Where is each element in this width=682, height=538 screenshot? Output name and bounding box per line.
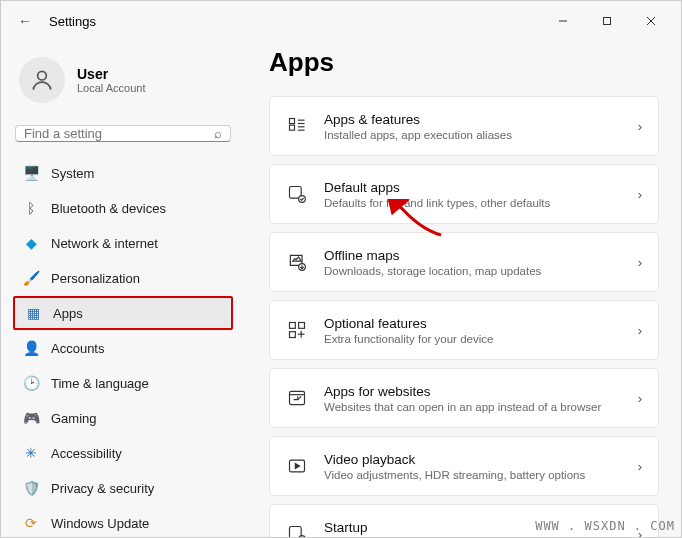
card-icon [286, 320, 308, 340]
sidebar-nav: 🖥️SystemᛒBluetooth & devices◆Network & i… [13, 156, 233, 538]
sidebar-item-label: Windows Update [51, 516, 149, 531]
card-title: Apps for websites [324, 384, 622, 399]
main-content: Apps Apps & featuresInstalled apps, app … [241, 41, 681, 537]
search-input[interactable] [24, 126, 214, 141]
sidebar-item-label: Personalization [51, 271, 140, 286]
window-title: Settings [49, 14, 96, 29]
maximize-button[interactable] [585, 5, 629, 37]
search-icon: ⌕ [214, 126, 222, 141]
sidebar-item-label: Privacy & security [51, 481, 154, 496]
chevron-right-icon: › [638, 459, 642, 474]
card-title: Offline maps [324, 248, 622, 263]
chevron-right-icon: › [638, 323, 642, 338]
avatar [19, 57, 65, 103]
window-controls [541, 5, 673, 37]
sidebar-item-privacy-security[interactable]: 🛡️Privacy & security [13, 471, 233, 505]
svg-rect-5 [290, 119, 295, 124]
chevron-right-icon: › [638, 187, 642, 202]
nav-icon: 🕑 [23, 375, 39, 391]
card-icon [286, 456, 308, 476]
close-button[interactable] [629, 5, 673, 37]
nav-icon: 🎮 [23, 410, 39, 426]
card-subtitle: Websites that can open in an app instead… [324, 401, 622, 413]
svg-rect-1 [604, 18, 611, 25]
settings-card-offline-maps[interactable]: Offline mapsDownloads, storage location,… [269, 232, 659, 292]
sidebar-item-windows-update[interactable]: ⟳Windows Update [13, 506, 233, 538]
svg-point-12 [299, 196, 306, 203]
settings-card-apps-for-websites[interactable]: Apps for websitesWebsites that can open … [269, 368, 659, 428]
sidebar-item-label: Accessibility [51, 446, 122, 461]
settings-card-video-playback[interactable]: Video playbackVideo adjustments, HDR str… [269, 436, 659, 496]
settings-card-optional-features[interactable]: Optional featuresExtra functionality for… [269, 300, 659, 360]
sidebar-item-label: Gaming [51, 411, 97, 426]
card-title: Default apps [324, 180, 622, 195]
svg-rect-15 [290, 323, 296, 329]
sidebar-item-apps[interactable]: ▦Apps [13, 296, 233, 330]
card-subtitle: Downloads, storage location, map updates [324, 265, 622, 277]
sidebar-item-gaming[interactable]: 🎮Gaming [13, 401, 233, 435]
nav-icon: 👤 [23, 340, 39, 356]
card-icon [286, 388, 308, 408]
nav-icon: ⟳ [23, 515, 39, 531]
svg-rect-17 [290, 332, 296, 338]
sidebar-item-label: Accounts [51, 341, 104, 356]
settings-card-apps-features[interactable]: Apps & featuresInstalled apps, app execu… [269, 96, 659, 156]
card-icon [286, 252, 308, 272]
sidebar-item-label: Network & internet [51, 236, 158, 251]
card-icon [286, 524, 308, 537]
svg-rect-24 [290, 527, 302, 538]
page-title: Apps [269, 47, 659, 78]
card-subtitle: Video adjustments, HDR streaming, batter… [324, 469, 622, 481]
card-subtitle: Installed apps, app execution aliases [324, 129, 622, 141]
svg-rect-6 [290, 125, 295, 130]
card-icon [286, 116, 308, 136]
svg-marker-23 [295, 464, 299, 469]
nav-icon: 🛡️ [23, 480, 39, 496]
sidebar-item-label: Apps [53, 306, 83, 321]
sidebar-item-system[interactable]: 🖥️System [13, 156, 233, 190]
sidebar-item-network-internet[interactable]: ◆Network & internet [13, 226, 233, 260]
settings-cards: Apps & featuresInstalled apps, app execu… [269, 96, 659, 537]
sidebar-item-accounts[interactable]: 👤Accounts [13, 331, 233, 365]
watermark: WWW . WSXDN . COM [535, 519, 675, 533]
card-title: Video playback [324, 452, 622, 467]
nav-icon: ᛒ [23, 200, 39, 216]
sidebar-item-label: Time & language [51, 376, 149, 391]
sidebar-item-time-language[interactable]: 🕑Time & language [13, 366, 233, 400]
sidebar-item-bluetooth-devices[interactable]: ᛒBluetooth & devices [13, 191, 233, 225]
card-icon [286, 184, 308, 204]
user-subtitle: Local Account [77, 82, 146, 94]
chevron-right-icon: › [638, 119, 642, 134]
nav-icon: 🖌️ [23, 270, 39, 286]
sidebar-item-label: System [51, 166, 94, 181]
title-bar: ← Settings [1, 1, 681, 41]
user-block[interactable]: User Local Account [13, 49, 233, 119]
search-box[interactable]: ⌕ [15, 125, 231, 142]
card-subtitle: Extra functionality for your device [324, 333, 622, 345]
nav-icon: 🖥️ [23, 165, 39, 181]
sidebar-item-accessibility[interactable]: ✳Accessibility [13, 436, 233, 470]
back-button[interactable]: ← [9, 13, 41, 29]
chevron-right-icon: › [638, 391, 642, 406]
sidebar-item-label: Bluetooth & devices [51, 201, 166, 216]
card-subtitle: Apps that start automatically when you s… [324, 537, 622, 538]
minimize-button[interactable] [541, 5, 585, 37]
svg-point-4 [38, 71, 47, 80]
nav-icon: ✳ [23, 445, 39, 461]
sidebar-item-personalization[interactable]: 🖌️Personalization [13, 261, 233, 295]
chevron-right-icon: › [638, 255, 642, 270]
svg-rect-20 [290, 391, 305, 404]
card-title: Apps & features [324, 112, 622, 127]
user-name: User [77, 66, 146, 82]
card-title: Optional features [324, 316, 622, 331]
svg-rect-16 [299, 323, 305, 329]
sidebar: User Local Account ⌕ 🖥️SystemᛒBluetooth … [1, 41, 241, 537]
settings-card-default-apps[interactable]: Default appsDefaults for file and link t… [269, 164, 659, 224]
nav-icon: ▦ [25, 305, 41, 321]
card-subtitle: Defaults for file and link types, other … [324, 197, 622, 209]
nav-icon: ◆ [23, 235, 39, 251]
